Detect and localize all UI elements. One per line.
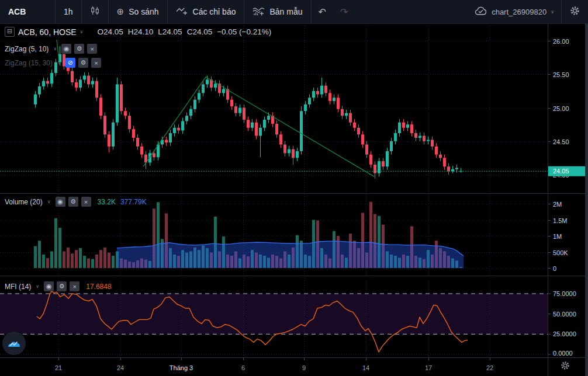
change-value: −0.05 (−0.21%) — [217, 27, 271, 36]
low-label: L — [158, 27, 162, 36]
mfi-current-value: 17.6848 — [86, 283, 111, 291]
collapse-legend-icon[interactable]: ⊟ — [5, 27, 15, 37]
cloud-saved-icon — [474, 6, 487, 18]
low-value: 24.05 — [162, 27, 182, 36]
volume-current-value: 33.2K — [98, 198, 116, 206]
indicators-button[interactable]: Các chỉ báo — [168, 0, 245, 23]
chevron-down-icon: ∨ — [36, 284, 39, 289]
svg-text:1M: 1M — [553, 233, 562, 240]
mfi-legend: MFI (14) ∨ ◉ ⚙ × 17.6848 — [5, 281, 112, 291]
templates-button[interactable]: Bản mẫu — [244, 0, 311, 23]
chevron-down-icon: ∨ — [80, 29, 84, 34]
svg-text:6: 6 — [241, 364, 245, 371]
toolbar-spacer — [355, 0, 467, 23]
chevron-down-icon: ∨ — [47, 199, 51, 204]
chevron-down-icon: ∨ — [57, 60, 61, 65]
svg-text:Tháng 3: Tháng 3 — [170, 364, 193, 371]
history-controls: ↶ ↷ — [312, 0, 355, 23]
svg-text:17: 17 — [425, 364, 432, 371]
volume-ma-value: 377.79K — [120, 198, 147, 206]
mfi-visibility-button[interactable]: ◉ — [44, 281, 54, 291]
open-label: O — [97, 27, 103, 36]
open-value: 24.05 — [103, 27, 123, 36]
svg-text:22: 22 — [486, 364, 493, 371]
high-value: 24.10 — [134, 27, 154, 36]
interval-label: 1h — [64, 7, 73, 16]
svg-text:21: 21 — [55, 364, 62, 371]
tradingview-app: { "colors":{"up":"#1ebaa5","down":"#f445… — [0, 0, 588, 376]
top-toolbar: ACB 1h ⊕ So sánh Các chỉ báo Bản mẫu — [0, 0, 588, 24]
close-label: C — [187, 27, 193, 36]
zigzag1-visibility-button[interactable]: ◉ — [61, 44, 71, 54]
volume-legend: Volume (20) ∨ ◉ ⚙ × 33.2K 377.79K — [5, 197, 147, 207]
compare-button[interactable]: ⊕ So sánh — [109, 0, 168, 23]
indicators-icon — [176, 6, 188, 18]
mfi-remove-button[interactable]: × — [70, 281, 79, 291]
zigzag2-label[interactable]: ZigZag (15, 30) — [5, 59, 53, 67]
chevron-down-icon: ∨ — [551, 9, 554, 15]
svg-text:14: 14 — [362, 364, 369, 371]
chart-name-button[interactable]: chart_26909820 ∨ — [467, 0, 561, 23]
close-value: 24.05 — [192, 27, 212, 36]
right-edge-panel-divider[interactable] — [585, 23, 588, 376]
zigzag1-settings-button[interactable]: ⚙ — [74, 44, 84, 54]
chevron-down-icon: ∨ — [53, 46, 57, 51]
volume-visibility-button[interactable]: ◉ — [56, 197, 65, 207]
candlestick-chart-icon — [90, 6, 100, 18]
svg-text:1.5M: 1.5M — [553, 217, 567, 224]
volume-label[interactable]: Volume (20) — [5, 198, 43, 206]
zigzag2-legend: ZigZag (15, 30) ∨ ⊘ ⚙ × — [5, 58, 103, 68]
redo-button[interactable]: ↷ — [335, 6, 352, 18]
ohlc-values: O24.05 H24.10 L24.05 C24.05 −0.05 (−0.21… — [92, 27, 271, 36]
tradingview-logo[interactable] — [2, 331, 26, 356]
svg-text:26.00: 26.00 — [553, 38, 569, 45]
chart-name-label: chart_26909820 — [492, 8, 547, 16]
chart-type-button[interactable] — [82, 0, 109, 23]
zigzag2-remove-button[interactable]: × — [91, 58, 101, 68]
volume-settings-button[interactable]: ⚙ — [68, 197, 78, 207]
mfi-settings-button[interactable]: ⚙ — [57, 281, 67, 291]
zigzag1-legend: ZigZag (5, 10) ∨ ◉ ⚙ × — [5, 44, 99, 54]
zigzag2-settings-button[interactable]: ⚙ — [78, 58, 88, 68]
templates-label: Bản mẫu — [269, 7, 302, 16]
symbol-button[interactable]: ACB — [0, 0, 56, 23]
svg-text:2M: 2M — [553, 201, 562, 208]
svg-text:9: 9 — [302, 364, 306, 371]
compare-label: So sánh — [129, 7, 158, 16]
svg-text:75.0000: 75.0000 — [553, 290, 576, 297]
svg-text:500K: 500K — [553, 249, 568, 256]
undo-button[interactable]: ↶ — [314, 6, 331, 18]
volume-remove-button[interactable]: × — [81, 197, 91, 207]
svg-text:24: 24 — [117, 364, 124, 371]
toolbar-right: chart_26909820 ∨ — [467, 0, 588, 23]
high-label: H — [128, 27, 134, 36]
symbol-label: ACB — [8, 7, 26, 16]
svg-text:0.0000: 0.0000 — [553, 350, 573, 357]
timescale-settings-button[interactable] — [560, 360, 570, 373]
svg-text:24.05: 24.05 — [553, 168, 569, 175]
zigzag2-visibility-button[interactable]: ⊘ — [65, 58, 75, 68]
gear-icon — [560, 363, 570, 372]
templates-icon — [253, 6, 265, 18]
main-series-legend: ⊟ ACB, 60, HOSE ∨ O24.05 H24.10 L24.05 C… — [5, 27, 271, 37]
svg-text:50.0000: 50.0000 — [553, 311, 576, 318]
indicators-label: Các chỉ báo — [193, 7, 236, 16]
settings-button[interactable] — [561, 0, 588, 23]
svg-text:25.50: 25.50 — [553, 71, 569, 78]
svg-text:25.0000: 25.0000 — [553, 330, 576, 337]
series-title[interactable]: ACB, 60, HOSE — [18, 27, 77, 37]
zigzag1-label[interactable]: ZigZag (5, 10) — [5, 45, 49, 53]
mfi-label[interactable]: MFI (14) — [5, 283, 31, 291]
compare-plus-icon: ⊕ — [117, 6, 124, 17]
gear-icon — [569, 5, 580, 19]
interval-button[interactable]: 1h — [56, 0, 82, 23]
zigzag1-remove-button[interactable]: × — [87, 44, 97, 54]
svg-text:0: 0 — [553, 265, 556, 272]
chart-canvas[interactable]: 2124Tháng 36914172226.0025.5025.0024.502… — [0, 0, 588, 376]
svg-text:25.00: 25.00 — [553, 105, 569, 112]
svg-text:24.50: 24.50 — [553, 138, 569, 145]
